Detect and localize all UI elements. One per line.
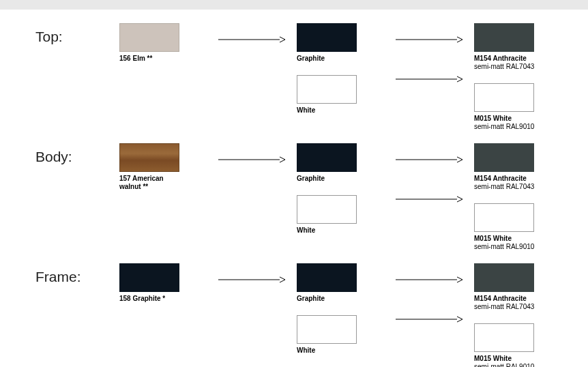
swatch-white bbox=[297, 315, 357, 344]
content: Top: 156 Elm ** Graphite White bbox=[0, 10, 588, 367]
swatch-white-ral bbox=[474, 323, 534, 352]
swatch-walnut bbox=[119, 143, 179, 172]
swatch-label-text: M015 White bbox=[474, 115, 512, 122]
source-swatch-block: 156 Elm ** bbox=[119, 23, 208, 63]
section-label: Top: bbox=[0, 23, 119, 45]
swatch-label: M154 Anthracite semi-matt RAL7043 bbox=[474, 295, 570, 311]
arrow-icon bbox=[396, 315, 464, 323]
arrow-stack bbox=[385, 143, 474, 203]
swatch-anthracite bbox=[474, 23, 534, 52]
option-block: M154 Anthracite semi-matt RAL7043 bbox=[474, 143, 570, 191]
arrow-icon bbox=[396, 75, 464, 83]
swatch-label-sub: semi-matt RAL7043 bbox=[474, 63, 534, 70]
swatch-label-text: M015 White bbox=[474, 235, 512, 242]
arrow-stack bbox=[385, 263, 474, 323]
swatch-white-ral bbox=[474, 203, 534, 232]
swatch-label: Graphite bbox=[297, 175, 385, 183]
swatch-white-ral bbox=[474, 83, 534, 112]
section-top: Top: 156 Elm ** Graphite White bbox=[0, 23, 588, 143]
swatch-label-sub: semi-matt RAL7043 bbox=[474, 183, 534, 190]
arrow-icon bbox=[396, 195, 464, 203]
swatch-label-sub: semi-matt RAL7043 bbox=[474, 303, 534, 310]
swatch-label: M154 Anthracite semi-matt RAL7043 bbox=[474, 55, 570, 71]
swatch-label: 156 Elm ** bbox=[119, 55, 208, 63]
option-block: Graphite bbox=[297, 23, 385, 63]
swatch-graphite bbox=[297, 23, 357, 52]
right-options: M154 Anthracite semi-matt RAL7043 M015 W… bbox=[474, 143, 570, 251]
arrow-icon bbox=[396, 35, 464, 44]
swatch-label: M015 White semi-matt RAL9010 bbox=[474, 355, 570, 367]
option-block: M015 White semi-matt RAL9010 bbox=[474, 83, 570, 131]
swatch-label: White bbox=[297, 347, 385, 355]
arrow bbox=[208, 143, 297, 164]
swatch-label-text: M015 White bbox=[474, 355, 512, 362]
section-label: Body: bbox=[0, 143, 119, 165]
swatch-label: M015 White semi-matt RAL9010 bbox=[474, 235, 570, 251]
arrow-icon bbox=[218, 276, 286, 284]
swatch-label-sub: semi-matt RAL9010 bbox=[474, 363, 534, 367]
mid-options: Graphite White bbox=[297, 23, 385, 115]
swatch-label: 157 American walnut ** bbox=[119, 175, 179, 191]
section-body: Body: 157 American walnut ** Graphite Wh… bbox=[0, 143, 588, 263]
swatch-graphite-solid bbox=[119, 263, 179, 292]
arrow-stack bbox=[385, 23, 474, 83]
mid-options: Graphite White bbox=[297, 263, 385, 355]
swatch-label: 158 Graphite * bbox=[119, 295, 208, 303]
right-options: M154 Anthracite semi-matt RAL7043 M015 W… bbox=[474, 263, 570, 367]
source-swatch-block: 158 Graphite * bbox=[119, 263, 208, 303]
swatch-label: M154 Anthracite semi-matt RAL7043 bbox=[474, 175, 570, 191]
option-block: Graphite bbox=[297, 143, 385, 183]
option-block: M154 Anthracite semi-matt RAL7043 bbox=[474, 23, 570, 71]
swatch-label-sub: semi-matt RAL9010 bbox=[474, 123, 534, 130]
swatch-anthracite bbox=[474, 143, 534, 172]
mid-options: Graphite White bbox=[297, 143, 385, 235]
option-block: M154 Anthracite semi-matt RAL7043 bbox=[474, 263, 570, 311]
swatch-graphite bbox=[297, 143, 357, 172]
arrow bbox=[208, 263, 297, 284]
header-strip bbox=[0, 0, 588, 10]
source-swatch-block: 157 American walnut ** bbox=[119, 143, 208, 191]
swatch-label-text: M154 Anthracite bbox=[474, 175, 527, 182]
right-options: M154 Anthracite semi-matt RAL7043 M015 W… bbox=[474, 23, 570, 131]
option-block: M015 White semi-matt RAL9010 bbox=[474, 203, 570, 251]
option-block: M015 White semi-matt RAL9010 bbox=[474, 323, 570, 367]
swatch-label-sub: semi-matt RAL9010 bbox=[474, 243, 534, 250]
swatch-label: White bbox=[297, 226, 385, 235]
swatch-elm bbox=[119, 23, 179, 52]
option-block: White bbox=[297, 195, 385, 235]
section-label: Frame: bbox=[0, 263, 119, 285]
swatch-label: White bbox=[297, 106, 385, 115]
arrow bbox=[208, 23, 297, 44]
section-frame: Frame: 158 Graphite * Graphite White bbox=[0, 263, 588, 367]
swatch-white bbox=[297, 195, 357, 224]
arrow-icon bbox=[396, 156, 464, 164]
swatch-label: M015 White semi-matt RAL9010 bbox=[474, 115, 570, 131]
swatch-white bbox=[297, 75, 357, 104]
arrow-icon bbox=[396, 276, 464, 284]
arrow-icon bbox=[218, 35, 286, 44]
arrow-icon bbox=[218, 156, 286, 164]
swatch-label-text: M154 Anthracite bbox=[474, 55, 527, 62]
option-block: White bbox=[297, 315, 385, 355]
swatch-anthracite bbox=[474, 263, 534, 292]
swatch-label-text: M154 Anthracite bbox=[474, 295, 527, 302]
swatch-graphite bbox=[297, 263, 357, 292]
swatch-label: Graphite bbox=[297, 295, 385, 303]
option-block: Graphite bbox=[297, 263, 385, 303]
swatch-label: Graphite bbox=[297, 55, 385, 63]
option-block: White bbox=[297, 75, 385, 115]
